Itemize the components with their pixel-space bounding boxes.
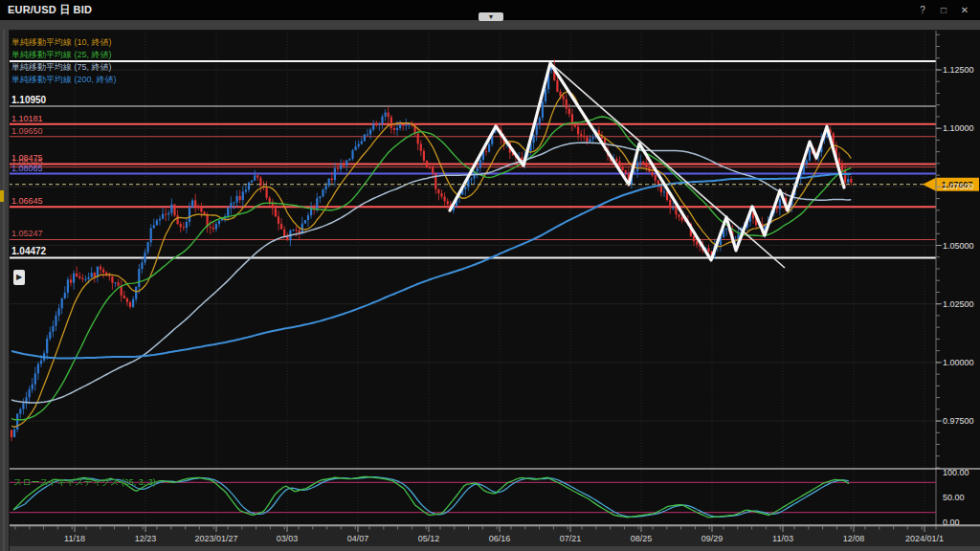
price-level-label: 1.09650 — [11, 126, 43, 136]
indicator-legend: 単純移動平均線 (10, 終値) 単純移動平均線 (25, 終値) 単純移動平均… — [11, 36, 117, 86]
date-tick-label: 07/21 — [560, 534, 582, 543]
price-level-label: 1.06645 — [11, 196, 43, 206]
price-level-label: 1.10950 — [11, 95, 47, 105]
left-panel-marker — [0, 190, 4, 202]
bottom-strip — [0, 546, 980, 551]
price-tick-label: 1.10000 — [943, 123, 974, 133]
price-tick-label: 1.07500 — [943, 182, 974, 191]
maximize-button[interactable]: □ — [936, 5, 951, 15]
date-tick-label: 11/18 — [64, 534, 85, 543]
price-level-label: 1.10181 — [11, 114, 43, 123]
top-panel-strip — [0, 20, 980, 31]
legend-sma-25[interactable]: 単純移動平均線 (25, 終値) — [11, 49, 117, 61]
legend-sma-75[interactable]: 単純移動平均線 (75, 終値) — [11, 61, 117, 74]
window-controls: ? □ ✕ — [915, 5, 980, 15]
stoch-tick-label: 0.00 — [943, 518, 960, 527]
price-tick-label: 1.00000 — [943, 358, 974, 367]
panel-expand-button[interactable]: ▶ — [13, 270, 25, 285]
date-tick-label: 12/23 — [135, 534, 157, 543]
price-level-label: 1.04472 — [11, 246, 47, 256]
window-title: EUR/USD 日 BID — [0, 3, 92, 17]
chart-canvas[interactable]: 1.109501.101811.096501.084751.083451.080… — [0, 0, 980, 551]
date-tick-label: 03/03 — [277, 534, 299, 543]
date-tick-label: 04/07 — [347, 534, 369, 543]
price-tick-label: 1.05000 — [943, 241, 974, 251]
left-collapsed-panel[interactable] — [0, 30, 10, 551]
date-tick-label: 05/12 — [418, 534, 440, 543]
date-tick-label: 2024/01/1 — [905, 534, 944, 543]
date-tick-label: 12/08 — [843, 534, 865, 543]
chevron-down-icon: ▼ — [488, 13, 495, 20]
plot-background — [9, 30, 980, 526]
price-tick-label: 0.97500 — [943, 416, 974, 426]
stochastics-label[interactable]: スローストキャスティクス (25, 3, 3) — [13, 476, 156, 489]
stoch-tick-label: 100.00 — [943, 468, 969, 477]
price-level-label: 1.08065 — [11, 164, 43, 173]
help-button[interactable]: ? — [915, 5, 930, 15]
price-level-label: 1.05247 — [11, 229, 43, 238]
chevron-right-icon: ▶ — [16, 273, 22, 281]
date-tick-label: 2023/01/27 — [194, 534, 237, 543]
price-tick-label: 1.12500 — [943, 65, 974, 75]
date-tick-label: 06/16 — [489, 534, 511, 543]
stoch-tick-label: 50.00 — [943, 493, 965, 502]
date-tick-label: 08/25 — [631, 534, 653, 543]
legend-sma-200[interactable]: 単純移動平均線 (200, 終値) — [11, 74, 117, 86]
date-tick-label: 11/03 — [772, 534, 793, 543]
close-button[interactable]: ✕ — [957, 5, 972, 15]
price-tick-label: 1.02500 — [943, 299, 974, 309]
panel-collapse-button[interactable]: ▼ — [479, 12, 503, 21]
date-tick-label: 09/29 — [702, 534, 724, 543]
legend-sma-10[interactable]: 単純移動平均線 (10, 終値) — [11, 36, 117, 49]
